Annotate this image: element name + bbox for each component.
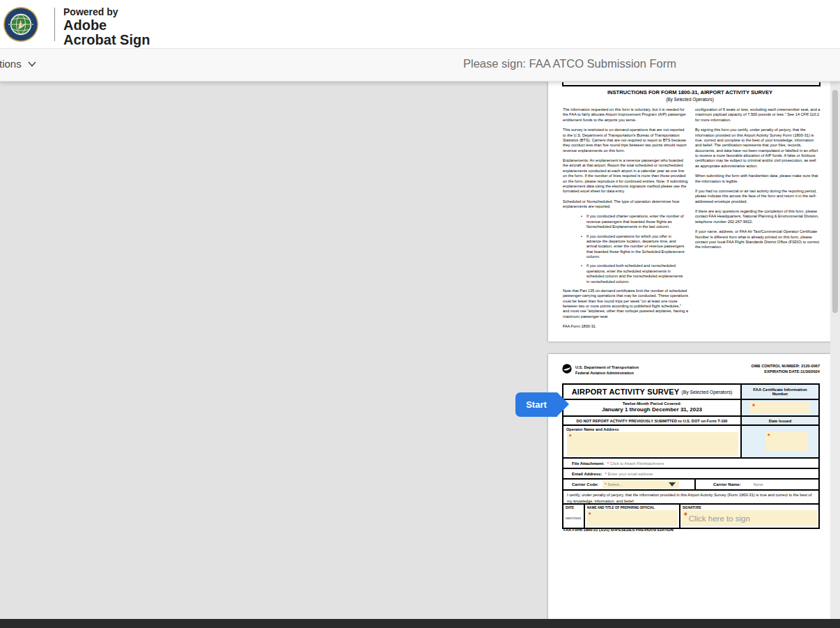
paragraph: Scheduled or Nonscheduled: The type of o…: [563, 199, 688, 210]
certification-text: I certify, under penalty of perjury, tha…: [563, 489, 818, 503]
vertical-scrollbar[interactable]: [830, 82, 840, 619]
bullet-item: If you conducted operations for which yo…: [581, 234, 687, 260]
us-dot-logo-icon: [562, 364, 572, 374]
date-issued-field[interactable]: *: [765, 431, 807, 451]
paragraph: If there are any questions regarding the…: [695, 209, 820, 224]
title-row: AIRPORT ACTIVITY SURVEY (By Selected Ope…: [563, 385, 818, 399]
paragraph: By signing this form you certify, under …: [695, 128, 820, 169]
bullet-item: If you conducted both scheduled and nons…: [581, 263, 687, 284]
screen: Powered by Adobe Acrobat Sign Options Pl…: [0, 0, 840, 628]
certificate-number-field[interactable]: *: [750, 402, 810, 414]
previous-table-bottom-border: [562, 82, 820, 86]
chevron-down-icon: [28, 61, 36, 67]
operator-label: Operator Name and Address: [563, 426, 740, 431]
required-asterisk: *: [605, 472, 606, 476]
date-value: 08/07/2024: [563, 510, 584, 520]
agency-line2: Federal Aviation Administration: [575, 370, 639, 376]
survey-title-cell: AIRPORT ACTIVITY SURVEY (By Selected Ope…: [563, 385, 740, 399]
date-issued-header: Date Issued: [740, 417, 818, 424]
email-label: Email Address:: [572, 472, 602, 476]
date-label: DATE: [563, 505, 584, 510]
carrier-row: Carrier Code: * Select... Carrier Name: …: [563, 478, 818, 489]
carrier-name-value: None: [754, 482, 763, 487]
paragraph: If your name, address, or FAA Air Taxi/C…: [695, 229, 820, 250]
form-edition-note: FAA Form 1800-31 (1/21) SUPESEDES PREVIO…: [563, 528, 674, 532]
file-attachment-row: File Attachment: * Click to Attach FileA…: [563, 457, 818, 468]
preparing-official-cell: NAME AND TITLE OF PREPARING OFFICIAL *: [585, 505, 680, 528]
certificate-number-cell: *: [740, 400, 818, 415]
paragraph: When submitting the form with handwritte…: [695, 174, 820, 184]
doc-toolbar: Options Please sign: FAA ATCO Submission…: [0, 49, 840, 82]
warning-text: DO NOT REPORT ACTIVITY PREVIOUSLY SUBMIT…: [563, 417, 740, 424]
period-row: Twelve-Month Period Covered: January 1 t…: [563, 399, 818, 415]
file-attachment-field[interactable]: * Click to Attach FileAttachment: [606, 459, 811, 467]
required-asterisk: *: [752, 403, 755, 411]
warning-row: DO NOT REPORT ACTIVITY PREVIOUSLY SUBMIT…: [563, 415, 818, 424]
required-asterisk: *: [569, 433, 572, 440]
operator-row: Operator Name and Address * *: [563, 424, 818, 457]
agency-line1: U.S. Department of Transportation: [575, 365, 639, 370]
survey-form-page: U.S. Department of Transportation Federa…: [548, 354, 832, 622]
operator-name-address-field[interactable]: *: [567, 432, 738, 456]
brand-name-adobe: Adobe: [63, 18, 150, 33]
email-field[interactable]: * Enter your email address: [603, 470, 811, 477]
period-value: January 1 through December 31, 2023: [563, 406, 740, 413]
file-attachment-label: File Attachment:: [572, 461, 605, 466]
bottom-bar: [0, 619, 840, 628]
faa-seal-logo: [3, 6, 39, 43]
carrier-name-cell: Carrier Name: None: [694, 480, 818, 489]
signature-row: DATE 08/07/2024 NAME AND TITLE OF PREPAR…: [563, 503, 818, 528]
survey-form-table: AIRPORT ACTIVITY SURVEY (By Selected Ope…: [562, 383, 820, 529]
powered-by-label: Powered by: [63, 6, 150, 18]
paragraph: configuration of 9 seats or less, exclud…: [695, 107, 820, 123]
certificate-number-header: FAA Certificate Information Number: [740, 385, 818, 399]
carrier-code-label: Carrier Code:: [572, 482, 598, 487]
dropdown-arrow-icon: [669, 482, 676, 487]
document-viewer: INSTRUCTIONS FOR FORM 1800-31, AIRPORT A…: [0, 82, 840, 628]
options-menu[interactable]: Options: [0, 58, 36, 70]
paragraph: Enplanements: An enplanement is a revenu…: [563, 158, 688, 194]
start-button-label: Start: [526, 399, 547, 410]
period-cell: Twelve-Month Period Covered: January 1 t…: [563, 400, 740, 415]
form-header: U.S. Department of Transportation Federa…: [562, 362, 820, 382]
preparing-official-field[interactable]: *: [586, 510, 678, 526]
header-divider: [54, 8, 55, 41]
start-arrow-icon: [557, 392, 569, 416]
instructions-page: INSTRUCTIONS FOR FORM 1800-31, AIRPORT A…: [548, 82, 832, 342]
email-row: Email Address: * Enter your email addres…: [563, 468, 818, 478]
carrier-code-cell: Carrier Code: * Select...: [563, 480, 694, 489]
bullet-list: If you conducted charter operations, ent…: [581, 214, 687, 284]
paragraph: If you had no commercial or air taxi act…: [695, 189, 820, 204]
file-attachment-placeholder: Click to Attach FileAttachment: [610, 461, 664, 466]
preparing-official-label: NAME AND TITLE OF PREPARING OFFICIAL: [585, 505, 679, 510]
carrier-code-dropdown[interactable]: * Select...: [602, 480, 679, 489]
document-title: Please sign: FAA ATCO Submission Form: [396, 57, 744, 70]
scrollbar-thumb[interactable]: [832, 90, 838, 313]
start-button-body[interactable]: Start: [515, 392, 557, 417]
brand-block: Powered by Adobe Acrobat Sign: [63, 6, 150, 47]
survey-title-suffix: (By Selected Operators): [681, 390, 732, 395]
agency-name: U.S. Department of Transportation Federa…: [575, 365, 639, 376]
omb-control-number: OMB CONTROL NUMBER: 2120-0067: [752, 363, 820, 369]
carrier-name-label: Carrier Name:: [713, 482, 741, 487]
instructions-title: INSTRUCTIONS FOR FORM 1800-31, AIRPORT A…: [548, 89, 832, 95]
instructions-subtitle: (By Selected Operators): [548, 97, 832, 102]
date-issued-cell: *: [740, 426, 818, 457]
carrier-code-placeholder: Select...: [608, 482, 623, 487]
omb-block: OMB CONTROL NUMBER: 2120-0067 EXPIRATION…: [752, 363, 820, 375]
period-label: Twelve-Month Period Covered:: [563, 401, 740, 406]
omb-expiration-date: EXPIRATION DATE:11/30/2024: [752, 369, 820, 374]
signature-cell: SIGNATURE * Click here to sign: [680, 505, 818, 528]
options-label: Options: [0, 58, 22, 70]
email-placeholder: Enter your email address: [608, 472, 653, 476]
brand-name-acrobat-sign: Acrobat Sign: [63, 33, 150, 47]
instructions-right-column: configuration of 9 seats or less, exclud…: [695, 107, 820, 335]
bullet-item: If you conducted charter operations, ent…: [581, 214, 687, 229]
operator-cell: Operator Name and Address *: [563, 426, 740, 457]
app-header: Powered by Adobe Acrobat Sign: [0, 0, 840, 49]
survey-title: AIRPORT ACTIVITY SURVEY: [572, 388, 680, 396]
form-number: FAA Form 1800-31: [563, 324, 688, 329]
signature-label: SIGNATURE: [680, 505, 818, 510]
signature-field[interactable]: * Click here to sign: [682, 510, 817, 526]
required-asterisk: *: [768, 432, 770, 439]
